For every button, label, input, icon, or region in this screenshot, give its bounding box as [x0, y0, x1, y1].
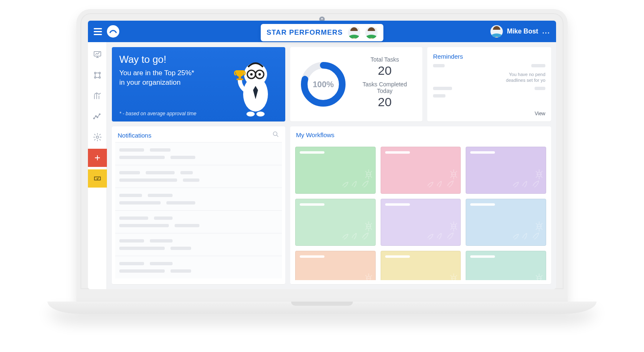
- workflow-tile[interactable]: [466, 147, 546, 194]
- sprout-icon: [510, 221, 543, 243]
- workflow-tile[interactable]: [466, 251, 546, 280]
- app-logo[interactable]: [107, 25, 119, 38]
- gauge-percent: 100%: [298, 59, 348, 109]
- workflow-tile[interactable]: [466, 199, 546, 246]
- notifications-title: Notifications: [118, 132, 152, 139]
- tile-title-placeholder: [470, 255, 495, 258]
- banner-sub-line2: in your organization: [119, 78, 180, 86]
- app-screen: STAR PERFORMERS ★ ★ Mike Bost ..: [88, 21, 556, 289]
- nodes-icon: [93, 71, 102, 80]
- monitor-chart-icon: [93, 50, 102, 59]
- avatar: ★: [365, 26, 377, 39]
- laptop-mockup: STAR PERFORMERS ★ ★ Mike Bost ..: [76, 9, 568, 314]
- tile-title-placeholder: [470, 203, 495, 206]
- sprout-icon: [340, 221, 373, 243]
- side-rail: [88, 42, 107, 289]
- swoosh-icon: [109, 27, 118, 36]
- sprout-icon: [425, 221, 458, 243]
- svg-point-9: [96, 136, 99, 138]
- star-performers-label: STAR PERFORMERS: [267, 29, 343, 37]
- user-avatar: [490, 25, 503, 38]
- tile-title-placeholder: [300, 203, 324, 206]
- ticket-button[interactable]: [88, 169, 107, 188]
- menu-button[interactable]: [94, 28, 102, 35]
- user-name: Mike Bost: [507, 28, 538, 35]
- gear-icon: [93, 133, 102, 142]
- sprout-icon: [425, 273, 458, 280]
- svg-point-20: [256, 112, 265, 117]
- star-icon: ★: [357, 26, 360, 31]
- reminders-title: Reminders: [433, 53, 545, 60]
- nav-settings[interactable]: [88, 128, 107, 146]
- banner-footnote: * - based on average approval time: [119, 111, 197, 117]
- ticket-icon: [93, 174, 102, 183]
- nav-reports[interactable]: [88, 87, 107, 105]
- workflow-tile[interactable]: [295, 251, 376, 280]
- tile-title-placeholder: [385, 203, 410, 206]
- tasks-completed-label: Tasks Completed Today: [355, 81, 414, 94]
- svg-point-15: [250, 73, 253, 76]
- banner-sub-line1: You are in the Top 25%*: [119, 69, 194, 77]
- sprout-icon: [510, 169, 543, 191]
- completion-gauge-card: 100% Total Tasks 20 Tasks Completed Toda…: [290, 47, 422, 121]
- total-tasks-label: Total Tasks: [355, 56, 414, 63]
- tile-title-placeholder: [300, 151, 324, 154]
- laptop-bezel: STAR PERFORMERS ★ ★ Mike Bost ..: [76, 9, 568, 302]
- workflow-grid: [294, 145, 548, 280]
- congrats-banner: Way to go! You are in the Top 25%* in yo…: [112, 47, 285, 121]
- workflow-tile[interactable]: [295, 147, 376, 194]
- overflow-icon: ...: [542, 28, 550, 35]
- mascot-icon: [231, 57, 280, 119]
- svg-point-23: [273, 132, 277, 136]
- sprout-icon: [340, 273, 373, 280]
- reminders-panel: Reminders You have no pend deadlines set…: [427, 47, 551, 121]
- reminders-empty: You have no pend deadlines set for yo: [433, 71, 545, 83]
- plus-icon: [94, 154, 101, 162]
- dashboard-grid: Way to go! You are in the Top 25%* in yo…: [107, 42, 556, 289]
- workflows-panel: My Workflows: [290, 126, 551, 284]
- search-button[interactable]: [272, 131, 279, 140]
- user-menu[interactable]: Mike Bost ...: [490, 25, 550, 38]
- sprout-icon: [510, 273, 543, 280]
- tile-title-placeholder: [300, 255, 324, 258]
- tile-title-placeholder: [385, 255, 410, 258]
- svg-point-16: [258, 73, 261, 76]
- list-item[interactable]: [115, 165, 282, 188]
- notifications-panel: Notifications: [112, 126, 285, 284]
- list-item[interactable]: [115, 233, 282, 256]
- tasks-completed-value: 20: [355, 96, 414, 108]
- workflow-tile[interactable]: [381, 147, 461, 194]
- avatar: ★: [348, 26, 360, 39]
- new-button[interactable]: [88, 149, 107, 167]
- workflow-tile[interactable]: [381, 251, 461, 280]
- top-bar: STAR PERFORMERS ★ ★ Mike Bost ..: [88, 21, 556, 42]
- content-area: Way to go! You are in the Top 25%* in yo…: [88, 42, 556, 289]
- reminders-view-link[interactable]: View: [433, 111, 545, 117]
- search-icon: [272, 131, 279, 138]
- workflow-tile[interactable]: [295, 199, 376, 246]
- reminders-list: You have no pend deadlines set for yo: [433, 64, 545, 111]
- list-item[interactable]: [115, 188, 282, 210]
- star-performers-panel[interactable]: STAR PERFORMERS ★ ★: [261, 24, 384, 41]
- nav-org[interactable]: [88, 66, 107, 84]
- svg-point-19: [246, 112, 255, 117]
- completion-gauge: 100%: [298, 59, 348, 109]
- star-icon: ★: [374, 26, 377, 31]
- tile-title-placeholder: [470, 151, 495, 154]
- laptop-base: [47, 302, 597, 314]
- svg-rect-17: [237, 78, 243, 80]
- notifications-list[interactable]: [115, 142, 282, 280]
- bar-growth-icon: [93, 91, 102, 100]
- sprout-icon: [425, 169, 458, 191]
- workflow-tile[interactable]: [381, 199, 461, 246]
- list-item[interactable]: [115, 210, 282, 233]
- nav-analytics[interactable]: [88, 107, 107, 126]
- workflows-title: My Workflows: [294, 131, 548, 138]
- trend-icon: [93, 112, 102, 121]
- sprout-icon: [340, 169, 373, 191]
- tile-title-placeholder: [385, 151, 410, 154]
- list-item[interactable]: [115, 142, 282, 165]
- list-item[interactable]: [115, 256, 282, 278]
- nav-dashboard[interactable]: [88, 45, 107, 64]
- task-stats: Total Tasks 20 Tasks Completed Today 20: [355, 56, 414, 112]
